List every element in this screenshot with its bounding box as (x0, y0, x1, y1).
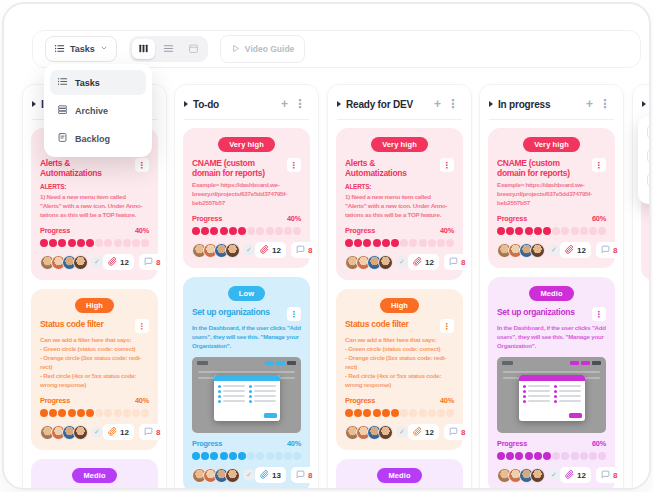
progress-dot-empty (132, 409, 140, 417)
task-card-custom_sub[interactable]: MedioCustom subscription (new pricing pa… (336, 459, 463, 490)
progress-dot-filled (40, 239, 48, 247)
links-count: 12 (120, 428, 129, 437)
avatar[interactable] (530, 243, 545, 258)
links-counter[interactable]: 12 (103, 424, 134, 440)
avatar[interactable] (225, 243, 240, 258)
task-card-custom_sub[interactable]: MedioCustom subscription (new pricing pa… (31, 459, 158, 490)
assign-check-icon[interactable]: ✓ (396, 256, 408, 268)
progress-dot-filled (391, 409, 399, 417)
collapse-caret-icon[interactable] (489, 101, 493, 107)
screenshot-modal (214, 375, 280, 421)
popup-item-icon[interactable] (647, 173, 651, 187)
card-menu-button[interactable]: ⋮ (440, 319, 454, 333)
links-counter[interactable]: 12 (103, 254, 134, 270)
progress-dot-empty (275, 452, 283, 460)
avatar[interactable] (225, 468, 240, 483)
progress-dot-empty (571, 227, 579, 235)
links-counter[interactable]: 12 (560, 467, 591, 483)
comments-counter[interactable]: 8 (596, 242, 622, 258)
card-menu-button[interactable]: ⋮ (135, 319, 149, 333)
links-counter[interactable]: 13 (255, 467, 286, 483)
screenshot-modal-button (264, 413, 277, 418)
collapse-caret-icon[interactable] (642, 101, 646, 107)
avatar[interactable] (530, 468, 545, 483)
progress-dot-empty (409, 239, 417, 247)
screenshot-modal-line (254, 400, 276, 402)
card-menu-button[interactable]: ⋮ (287, 158, 301, 172)
columns-view-icon (138, 40, 149, 58)
collapse-caret-icon[interactable] (337, 101, 341, 107)
menu-item-tasks[interactable]: Tasks (50, 70, 146, 95)
card-footer: ✓128 (40, 424, 149, 440)
video-guide-button[interactable]: Video Guide (220, 35, 305, 63)
task-card-setup_org_medio[interactable]: MedioSet up organizations⋮In the Dashboa… (488, 277, 615, 490)
card-counters: 128 (255, 242, 317, 258)
add-card-button[interactable]: + (583, 98, 596, 110)
card-footer: ✓128 (192, 242, 301, 258)
popup-item-icon[interactable] (647, 125, 651, 139)
avatar[interactable] (73, 255, 88, 270)
assign-check-icon[interactable]: ✓ (548, 244, 560, 256)
menu-item-archive[interactable]: Archive (50, 98, 146, 123)
progress-value: 40% (287, 439, 301, 448)
card-menu-button[interactable]: ⋮ (440, 158, 454, 172)
comments-counter[interactable]: 8 (291, 242, 317, 258)
comments-count: 8 (308, 471, 312, 480)
card-menu-button[interactable]: ⋮ (135, 489, 149, 490)
assignee-avatars: ✓ (40, 425, 103, 440)
links-counter[interactable]: 12 (408, 254, 439, 270)
column-menu-button[interactable]: ⋮ (596, 98, 614, 110)
progress-dot-filled (363, 239, 371, 247)
card-menu-button[interactable]: ⋮ (135, 158, 149, 172)
progress-dot-empty (428, 239, 436, 247)
card-menu-button[interactable]: ⋮ (592, 307, 606, 321)
links-counter[interactable]: 12 (255, 242, 286, 258)
comments-counter[interactable]: 8 (139, 254, 165, 270)
links-counter[interactable]: 12 (408, 424, 439, 440)
task-card-status_filter[interactable]: HighStatus code filter⋮Can we add a filt… (31, 289, 158, 450)
comments-counter[interactable]: 8 (444, 254, 470, 270)
assign-check-icon[interactable]: ✓ (91, 256, 103, 268)
card-menu-button[interactable]: ⋮ (287, 307, 301, 321)
list-view-button[interactable] (157, 39, 180, 59)
assign-check-icon[interactable]: ✓ (91, 426, 103, 438)
calendar-view-button[interactable] (182, 39, 205, 59)
task-card-cname[interactable]: Very highCNAME (custom domain for report… (183, 128, 310, 268)
menu-item-label: Archive (75, 106, 108, 116)
card-menu-button[interactable]: ⋮ (440, 489, 454, 490)
progress-dot-empty (598, 227, 606, 235)
column-menu-button[interactable]: ⋮ (444, 98, 462, 110)
menu-item-backlog[interactable]: Backlog (50, 126, 146, 151)
collapse-caret-icon[interactable] (184, 101, 188, 107)
add-card-button[interactable]: + (278, 98, 291, 110)
task-card-setup_org_low[interactable]: LowSet up organizations⋮In the Dashboard… (183, 277, 310, 490)
assign-check-icon[interactable]: ✓ (396, 426, 408, 438)
comments-counter[interactable]: 8 (139, 424, 165, 440)
comments-counter[interactable]: 8 (291, 467, 317, 483)
avatar[interactable] (650, 255, 651, 270)
columns-view-button[interactable] (132, 39, 155, 59)
comments-counter[interactable]: 8 (596, 467, 622, 483)
screenshot-modal-row (554, 399, 581, 403)
task-card-status_filter[interactable]: HighStatus code filter⋮Can we add a filt… (336, 289, 463, 450)
assign-check-icon[interactable]: ✓ (243, 469, 255, 481)
task-card-alerts[interactable]: Very highAlerts & Automatizations⋮ALERTS… (336, 128, 463, 280)
assign-check-icon[interactable]: ✓ (548, 469, 560, 481)
avatar[interactable] (378, 425, 393, 440)
card-menu-button[interactable]: ⋮ (592, 158, 606, 172)
collapse-caret-icon[interactable] (32, 101, 36, 107)
progress-dot-empty (293, 227, 301, 235)
tasks-dropdown-button[interactable]: Tasks (45, 36, 117, 62)
avatar[interactable] (73, 425, 88, 440)
assign-check-icon[interactable]: ✓ (243, 244, 255, 256)
progress-value: 40% (440, 226, 454, 235)
avatar[interactable] (378, 255, 393, 270)
add-card-button[interactable]: + (431, 98, 444, 110)
task-card-cname_progress[interactable]: Very highCNAME (custom domain for report… (488, 128, 615, 268)
column-menu-button[interactable]: ⋮ (291, 98, 309, 110)
links-counter[interactable]: 12 (560, 242, 591, 258)
column-title: To-do (193, 99, 278, 110)
progress-label: Progress (650, 226, 651, 235)
comments-counter[interactable]: 8 (444, 424, 470, 440)
popup-item-icon[interactable] (647, 149, 651, 163)
